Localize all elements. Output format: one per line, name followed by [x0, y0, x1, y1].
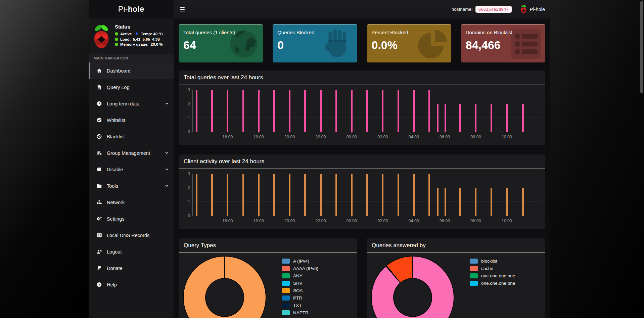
sidebar-logo[interactable]: Pi-hole [89, 0, 174, 18]
sidebar-item-disable[interactable]: Disable [89, 161, 174, 178]
chart-bar [437, 104, 439, 132]
status-title: Status [115, 24, 163, 30]
legend-item-ptr[interactable]: PTR [282, 296, 318, 301]
x-axis-tick-label: 10:00 [502, 219, 512, 223]
x-axis-tick-label: 00:00 [347, 135, 357, 139]
panel-query-types: Query Types A (IPv4)AAAA (IPv6)ANYSRVSOA… [179, 238, 357, 318]
sidebar-item-settings[interactable]: Settings [89, 211, 174, 227]
scrollbar-thumb[interactable] [640, 1, 643, 93]
chart-bar [382, 90, 383, 132]
axis-tick [321, 132, 321, 134]
axis-tick [414, 132, 414, 134]
chart-bar [258, 174, 260, 216]
queries-answered-legend: blocklistcacheone.one.one.oneone.one.one… [470, 259, 515, 288]
list-icon [510, 28, 543, 60]
status-dot-icon [115, 43, 118, 46]
legend-swatch [282, 310, 290, 315]
axis-tick [445, 132, 445, 134]
legend-swatch [470, 281, 478, 286]
stat-card-percent-blocked: Percent Blocked0.0% [367, 24, 451, 62]
ban-icon [96, 134, 103, 139]
sidebar-item-label: Dashboard [107, 68, 169, 74]
chart-bar [459, 188, 461, 216]
sidebar-item-blacklist[interactable]: Blacklist [89, 128, 174, 145]
legend-item-srv[interactable]: SRV [282, 281, 318, 286]
legend-label: ANY [293, 273, 303, 278]
sidebar-item-donate[interactable]: Donate [89, 260, 174, 276]
chart-bar [320, 90, 322, 132]
hostname-label: hostname: [452, 7, 473, 12]
chart-bar [398, 174, 399, 216]
users-gear-icon [96, 150, 103, 156]
panel-title: Total queries over last 24 hours [184, 74, 263, 81]
legend-swatch [282, 303, 290, 308]
legend-item-a-ipv4[interactable]: A (IPv4) [282, 259, 318, 264]
legend-item-naptr[interactable]: NAPTR [282, 310, 318, 315]
page-scrollbar[interactable] [640, 0, 644, 318]
y-axis-tick-label: 0 [188, 214, 190, 218]
axis-tick [352, 216, 352, 218]
sidebar-item-label: Logout [107, 249, 169, 255]
chart-bar [320, 174, 322, 216]
chart-bar [258, 90, 260, 132]
x-axis-tick-label: 16:00 [222, 135, 233, 139]
panel-client-activity: Client activity over last 24 hours 01231… [179, 154, 545, 229]
bar-chart-plot: 012316:0018:0020:0022:0000:0002:0004:000… [192, 90, 541, 132]
legend-item-soa[interactable]: SOA [282, 288, 318, 293]
panel-title: Queries answered by [372, 242, 426, 249]
x-axis-tick-label: 04:00 [409, 135, 419, 139]
chart-bar [273, 90, 275, 132]
question-circle-icon: ? [96, 282, 103, 287]
chart-bar [196, 90, 197, 132]
chart-bar [335, 90, 337, 132]
brand-label: Pi-hole [530, 7, 545, 12]
sidebar-item-tools[interactable]: Tools [89, 178, 174, 194]
chart-bar [475, 188, 476, 216]
chart-bar [273, 174, 275, 216]
sidebar-item-dashboard[interactable]: Dashboard [89, 62, 174, 79]
stat-card-domains-on-blocklist: Domains on Blocklist84,466 [461, 24, 545, 62]
legend-item-cache[interactable]: cache [470, 266, 515, 271]
legend-swatch [282, 281, 290, 286]
sidebar-item-help[interactable]: ?Help [89, 276, 174, 293]
legend-item-one-one-one-one[interactable]: one.one.one.one [470, 273, 515, 278]
chart-bar [475, 104, 476, 132]
x-axis-tick-label: 20:00 [284, 219, 295, 223]
sidebar-item-local-dns-records[interactable]: Local DNS Records [89, 227, 174, 243]
sidebar-item-label: Network [107, 200, 169, 205]
sidebar-item-group-management[interactable]: Group Management [89, 145, 174, 161]
legend-swatch [470, 259, 478, 264]
sidebar-item-label: Tools [107, 183, 165, 189]
sidebar-item-long-term-data[interactable]: Long term data [89, 95, 174, 112]
legend-item-blocklist[interactable]: blocklist [470, 259, 515, 264]
sidebar-item-label: Blacklist [107, 134, 169, 139]
chart-bar [437, 188, 439, 216]
legend-item-any[interactable]: ANY [282, 273, 318, 278]
x-axis-tick-label: 22:00 [315, 219, 326, 223]
sidebar-item-label: Query Log [107, 85, 169, 90]
page-background-right [550, 0, 644, 318]
sidebar-item-network[interactable]: Network [89, 194, 174, 211]
legend-item-txt[interactable]: TXT [282, 303, 318, 308]
chart-bar [289, 174, 290, 216]
x-axis-tick-label: 08:00 [470, 219, 481, 223]
sidebar-item-whitelist[interactable]: Whitelist [89, 112, 174, 128]
legend-swatch [282, 296, 290, 301]
chart-bar [351, 174, 353, 216]
legend-item-one-one-one-one[interactable]: one.one.one.one [470, 281, 515, 286]
chart-bar [428, 174, 430, 216]
logo-text: Pi-hole [118, 5, 144, 14]
sidebar-item-label: Group Management [107, 150, 165, 156]
panel-header: Client activity over last 24 hours [179, 154, 545, 169]
sidebar-item-query-log[interactable]: Query Log [89, 79, 174, 95]
legend-item-aaaa-ipv6[interactable]: AAAA (IPv6) [282, 266, 318, 271]
axis-tick [383, 216, 383, 218]
page-background-left [0, 0, 89, 318]
chart-bar [522, 188, 524, 216]
panel-header: Total queries over last 24 hours [179, 71, 545, 85]
sidebar-toggle-button[interactable] [180, 5, 190, 14]
chart-bar [491, 104, 492, 132]
y-axis-tick-label: 3 [188, 88, 190, 92]
axis-tick [259, 216, 259, 218]
sidebar-item-logout[interactable]: Logout [89, 243, 174, 260]
